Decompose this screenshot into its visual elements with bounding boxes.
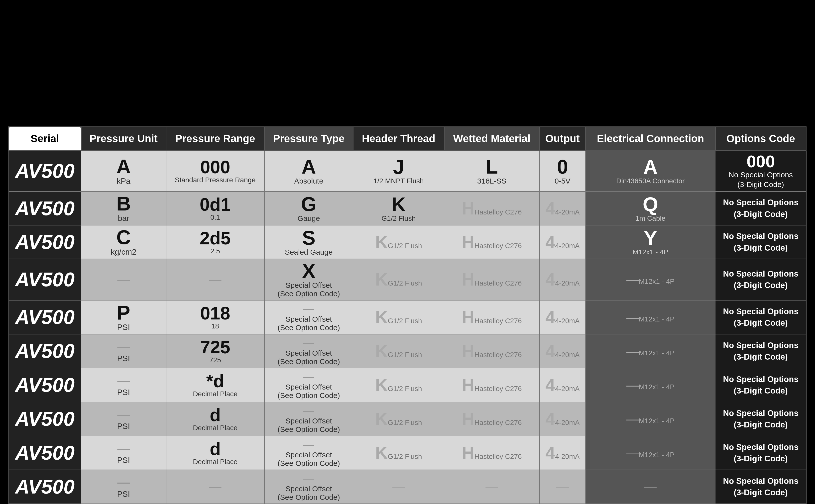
header-thread-cell: KG1/2 Flush <box>353 259 444 300</box>
pressure-unit-cell: PPSI <box>81 300 166 334</box>
elec-sub: M12x1 - 4P <box>639 417 675 425</box>
header-thread-sub: G1/2 Flush <box>388 419 422 426</box>
header-thread-k: K <box>375 270 388 289</box>
elec-sub: M12x1 - 4P <box>639 451 675 459</box>
pressure-type-dash: — <box>303 370 314 383</box>
header-thread-sub: G1/2 Flush <box>388 317 422 325</box>
electrical-connection-cell: —M12x1 - 4P <box>586 368 715 402</box>
output-main: 0 <box>541 157 584 177</box>
output-sub: 4-20mA <box>555 242 580 250</box>
pressure-type-extra: (See Option Code) <box>278 290 340 298</box>
serial-value: AV500 <box>15 340 75 362</box>
electrical-connection-cell: ADin43650A Connector <box>586 151 715 192</box>
elec-sub: 1m Cable <box>587 214 714 222</box>
output-cell: 44-20mA <box>540 300 586 334</box>
output-4: 4 <box>545 232 555 252</box>
no-special-options: No Special Options(3-Digit Code) <box>723 408 799 429</box>
serial-cell: AV500 <box>9 334 81 368</box>
pressure-type-sub: Gauge <box>266 214 351 223</box>
wetted-h: H <box>462 443 475 463</box>
header-thread-k: K <box>375 307 388 327</box>
header-thread-cell: KG1/2 Flush <box>353 402 444 436</box>
wetted-material-cell: HHastelloy C276 <box>444 436 539 470</box>
pressure-type-cell: AAbsolute <box>264 151 353 192</box>
options-code-cell: No Special Options(3-Digit Code) <box>715 436 806 470</box>
no-special-options: No Special Options(3-Digit Code) <box>723 476 799 497</box>
pressure-unit-cell: Bbar <box>81 192 166 225</box>
header-thread-main: K <box>355 195 442 214</box>
output-cell: 44-20mA <box>540 225 586 259</box>
pressure-range-sub: Standard Pressure Range <box>168 176 263 184</box>
options-sub1: No Special Options <box>717 170 804 180</box>
wetted-h: H <box>462 341 475 361</box>
wetted-material-cell: HHastelloy C276 <box>444 192 539 225</box>
wetted-material-cell: HHastelloy C276 <box>444 259 539 300</box>
pressure-range-main: 2d5 <box>168 229 263 247</box>
output-cell: 44-20mA <box>540 334 586 368</box>
pressure-range-cell: *dDecimal Place <box>166 368 264 402</box>
options-code-cell: No Special Options(3-Digit Code) <box>715 300 806 334</box>
header-thread-sub: G1/2 Flush <box>388 453 422 460</box>
electrical-connection-cell: YM12x1 - 4P <box>586 225 715 259</box>
serial-cell: AV500 <box>9 192 81 225</box>
header-thread-main: J <box>355 157 442 177</box>
pressure-range-main: 0d1 <box>168 196 263 213</box>
pressure-range-main: *d <box>168 372 263 390</box>
elec-main: Y <box>587 228 714 248</box>
pressure-type-sub: Absolute <box>266 177 351 185</box>
elec-dash: — <box>626 412 639 426</box>
elec-dash: — <box>626 344 639 358</box>
no-special-options: No Special Options(3-Digit Code) <box>723 269 799 290</box>
wetted-h: H <box>462 375 475 395</box>
pressure-unit-cell: —PSI <box>81 470 166 504</box>
no-special-options: No Special Options(3-Digit Code) <box>723 231 799 252</box>
pressure-range-cell: 725725 <box>166 334 264 368</box>
wetted-material-cell: HHastelloy C276 <box>444 368 539 402</box>
pressure-type-extra: (See Option Code) <box>278 357 340 366</box>
serial-value: AV500 <box>15 160 75 182</box>
output-4: 4 <box>545 307 555 327</box>
output-4: 4 <box>545 443 555 463</box>
table-row: AV500AkPa000Standard Pressure RangeAAbso… <box>9 151 806 192</box>
wetted-sub: Hastelloy C276 <box>475 208 522 216</box>
pressure-type-main: X <box>266 261 351 281</box>
wetted-h: H <box>462 270 475 289</box>
options-code-cell: No Special Options(3-Digit Code) <box>715 225 806 259</box>
pressure-range-cell: — <box>166 470 264 504</box>
pressure-type-sub: Special Offset <box>285 349 332 357</box>
pressure-range-cell: — <box>166 259 264 300</box>
header-thread-k: K <box>375 341 388 361</box>
pressure-type-cell: —Special Offset(See Option Code) <box>264 368 353 402</box>
serial-cell: AV500 <box>9 436 81 470</box>
output-4: 4 <box>545 270 555 289</box>
elec-sub: M12x1 - 4P <box>587 248 714 256</box>
header-thread-cell: KG1/2 Flush <box>353 436 444 470</box>
serial-value: AV500 <box>15 306 75 328</box>
pressure-type-extra: (See Option Code) <box>278 323 340 332</box>
pressure-type-cell: XSpecial Offset(See Option Code) <box>264 259 353 300</box>
output-4: 4 <box>545 375 555 395</box>
header-thread-cell: KG1/2 Flush <box>353 225 444 259</box>
wetted-sub: Hastelloy C276 <box>475 453 522 460</box>
pressure-unit-dash: — <box>117 340 130 354</box>
wetted-material-cell: — <box>444 470 539 504</box>
pressure-type-cell: —Special Offset(See Option Code) <box>264 402 353 436</box>
table-row: AV500—PSI——Special Offset(See Option Cod… <box>9 470 806 504</box>
elec-dash: — <box>626 378 639 392</box>
table-header-row: Serial Pressure Unit Pressure Range Pres… <box>9 127 806 151</box>
output-sub: 4-20mA <box>555 419 580 426</box>
electrical-connection-cell: Q1m Cable <box>586 192 715 225</box>
pressure-unit-cell: —PSI <box>81 368 166 402</box>
pressure-unit-cell: —PSI <box>81 402 166 436</box>
elec-dash: — <box>626 446 639 460</box>
header-thread-k: K <box>375 443 388 463</box>
header-thread-cell: KG1/2 Flush <box>353 192 444 225</box>
output-cell: 44-20mA <box>540 436 586 470</box>
elec-sub: M12x1 - 4P <box>639 383 675 391</box>
pressure-type-sub: Sealed Gauge <box>266 248 351 256</box>
wetted-sub: Hastelloy C276 <box>475 351 522 359</box>
output-cell: 44-20mA <box>540 192 586 225</box>
pressure-type-sub: Special Offset <box>266 281 351 290</box>
serial-value: AV500 <box>15 408 75 430</box>
output-sub: 4-20mA <box>555 453 580 460</box>
